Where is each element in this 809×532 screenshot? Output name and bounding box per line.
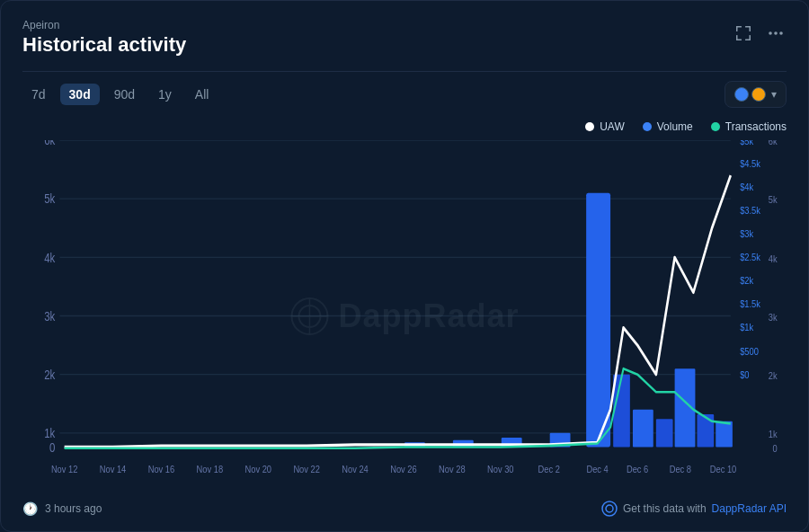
controls-bar: 7d 30d 90d 1y All ▾ — [22, 81, 787, 108]
time-filter-group: 7d 30d 90d 1y All — [22, 84, 218, 105]
footer-timestamp: 🕐 3 hours ago — [22, 501, 102, 516]
bar-dec6 — [633, 410, 653, 448]
chain-selector[interactable]: ▾ — [725, 81, 787, 108]
svg-rect-3 — [750, 26, 751, 31]
svg-point-61 — [602, 501, 617, 516]
filter-30d[interactable]: 30d — [60, 84, 100, 105]
chain-dot-1 — [734, 87, 749, 102]
chart-legend: UAW Volume Transactions — [22, 120, 787, 133]
filter-7d[interactable]: 7d — [22, 84, 55, 105]
chart-svg: 6k 5k 4k 3k 2k 1k 0 $5k $4.5k $4k $3.5k … — [22, 140, 787, 492]
svg-text:$4k: $4k — [740, 181, 754, 192]
svg-text:1k: 1k — [44, 426, 55, 441]
svg-text:Dec 8: Dec 8 — [670, 463, 691, 474]
filter-all[interactable]: All — [186, 84, 218, 105]
chart-area: DappRadar 6k 5k 4k 3k 2k 1k 0 $5k $4.5k … — [22, 140, 787, 492]
svg-text:Dec 6: Dec 6 — [627, 463, 648, 474]
svg-rect-7 — [750, 35, 751, 40]
svg-text:5k: 5k — [769, 193, 778, 205]
svg-text:3k: 3k — [769, 311, 778, 323]
clock-icon: 🕐 — [22, 501, 38, 516]
svg-text:$0: $0 — [740, 368, 749, 380]
svg-rect-5 — [736, 35, 738, 40]
svg-point-8 — [769, 31, 772, 35]
bar-dec10 — [716, 421, 733, 448]
svg-text:5k: 5k — [44, 191, 55, 207]
svg-text:4k: 4k — [769, 252, 778, 263]
svg-text:Nov 28: Nov 28 — [439, 463, 466, 474]
bar-dec4 — [586, 193, 610, 448]
svg-text:2k: 2k — [769, 369, 778, 381]
header-divider — [22, 71, 787, 72]
svg-text:Dec 10: Dec 10 — [710, 463, 737, 474]
svg-text:4k: 4k — [44, 250, 55, 265]
svg-text:$4.5k: $4.5k — [740, 157, 760, 169]
bar-dec5 — [613, 375, 630, 448]
svg-text:Nov 18: Nov 18 — [197, 463, 224, 474]
svg-text:2k: 2k — [44, 368, 55, 383]
app-name: Apeiron — [22, 19, 186, 31]
api-link[interactable]: DappRadar API — [712, 502, 787, 515]
legend-uaw: UAW — [585, 120, 625, 133]
header-right — [733, 22, 787, 49]
transactions-line — [65, 368, 731, 448]
svg-text:0: 0 — [49, 439, 55, 455]
legend-dot-volume — [643, 122, 652, 131]
bar-dec7 — [656, 419, 673, 447]
chevron-down-icon: ▾ — [771, 88, 777, 101]
svg-text:Nov 14: Nov 14 — [100, 463, 127, 474]
bar-dec9 — [697, 414, 714, 447]
chain-icons — [734, 87, 766, 102]
svg-text:1k: 1k — [769, 428, 778, 439]
main-card: Apeiron Historical activity — [0, 0, 809, 532]
legend-dot-transactions — [711, 122, 720, 131]
svg-text:Nov 22: Nov 22 — [293, 463, 320, 474]
filter-1y[interactable]: 1y — [149, 84, 181, 105]
svg-text:0: 0 — [772, 442, 777, 454]
svg-rect-1 — [736, 26, 738, 31]
svg-text:$3k: $3k — [740, 227, 754, 239]
svg-text:$1k: $1k — [740, 321, 754, 332]
svg-text:Dec 2: Dec 2 — [538, 463, 560, 474]
svg-text:$500: $500 — [740, 344, 759, 356]
svg-text:Nov 30: Nov 30 — [487, 463, 514, 474]
svg-point-62 — [606, 505, 613, 512]
footer-api: Get this data with DappRadar API — [601, 501, 787, 517]
svg-text:$1.5k: $1.5k — [740, 297, 760, 309]
more-options-button[interactable] — [765, 22, 787, 49]
timestamp-text: 3 hours ago — [45, 502, 102, 515]
legend-label-transactions: Transactions — [725, 120, 787, 133]
header-left: Apeiron Historical activity — [22, 19, 186, 57]
svg-text:$3.5k: $3.5k — [740, 204, 760, 216]
legend-dot-uaw — [585, 122, 594, 131]
legend-transactions: Transactions — [711, 120, 787, 133]
filter-90d[interactable]: 90d — [105, 84, 144, 105]
svg-point-9 — [774, 31, 778, 35]
chain-dot-2 — [751, 87, 766, 102]
legend-label-uaw: UAW — [600, 120, 625, 133]
svg-text:Nov 24: Nov 24 — [342, 463, 369, 474]
svg-text:Nov 12: Nov 12 — [51, 463, 78, 474]
svg-text:Nov 26: Nov 26 — [390, 463, 417, 474]
legend-label-volume: Volume — [657, 120, 693, 133]
svg-text:$2.5k: $2.5k — [740, 251, 760, 262]
expand-button[interactable] — [733, 22, 754, 49]
svg-text:Nov 20: Nov 20 — [244, 463, 271, 474]
svg-point-10 — [779, 31, 783, 35]
svg-text:Nov 16: Nov 16 — [148, 463, 175, 474]
svg-text:$5k: $5k — [740, 140, 754, 146]
svg-text:$2k: $2k — [740, 274, 754, 286]
page-title: Historical activity — [22, 33, 186, 57]
card-footer: 🕐 3 hours ago Get this data with DappRad… — [22, 501, 787, 517]
svg-text:6k: 6k — [44, 140, 55, 148]
uaw-line — [65, 175, 731, 447]
dappradar-footer-icon — [601, 501, 618, 517]
svg-text:Dec 4: Dec 4 — [586, 463, 608, 474]
card-header: Apeiron Historical activity — [22, 19, 787, 57]
svg-text:3k: 3k — [44, 308, 55, 324]
legend-volume: Volume — [643, 120, 693, 133]
svg-text:6k: 6k — [769, 140, 778, 146]
api-text: Get this data with — [623, 502, 707, 515]
